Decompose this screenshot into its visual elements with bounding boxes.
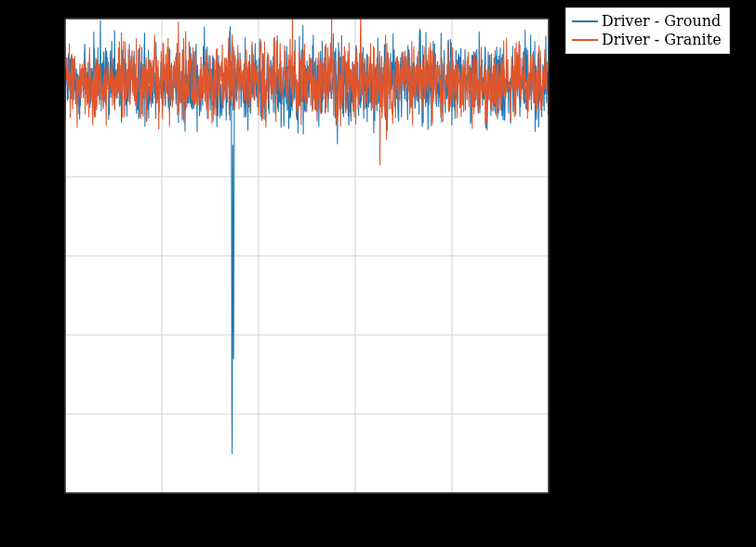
legend-item: Driver - Ground: [572, 12, 722, 31]
legend-swatch-icon: [572, 20, 598, 22]
legend-swatch-icon: [572, 39, 598, 41]
legend-label: Driver - Ground: [602, 12, 721, 31]
chart-legend: Driver - Ground Driver - Granite: [565, 7, 730, 54]
line-chart: [0, 0, 756, 547]
legend-label: Driver - Granite: [602, 31, 722, 49]
legend-item: Driver - Granite: [572, 31, 722, 49]
